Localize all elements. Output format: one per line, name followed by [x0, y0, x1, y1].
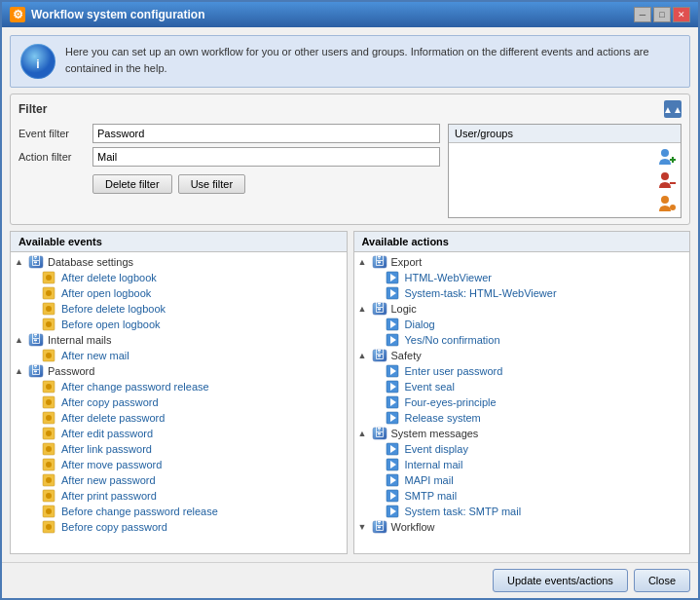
action-icon: [386, 271, 401, 284]
svg-point-34: [46, 431, 52, 436]
event-icon: [42, 427, 57, 440]
tree-item[interactable]: Four-eyes-principle: [354, 394, 690, 410]
tree-item[interactable]: After copy password: [11, 394, 347, 410]
tree-label: SMTP mail: [405, 490, 458, 502]
tree-toggle[interactable]: ▲: [15, 335, 26, 345]
tree-label: Enter user password: [405, 365, 503, 377]
tree-item[interactable]: SMTP mail: [354, 488, 690, 504]
event-filter-input[interactable]: [92, 124, 440, 143]
svg-point-38: [46, 462, 52, 468]
tree-item[interactable]: After link password: [11, 441, 347, 457]
tree-item[interactable]: Dialog: [354, 317, 690, 332]
tree-item[interactable]: Yes/No confirmation: [354, 332, 690, 348]
event-icon: [42, 520, 57, 534]
tree-label: After delete password: [61, 412, 165, 424]
info-icon: i: [20, 44, 55, 79]
tree-item[interactable]: After print password: [11, 488, 347, 504]
close-button[interactable]: Close: [634, 569, 690, 592]
tree-item[interactable]: Event seal: [354, 379, 690, 394]
panels-row: Available events ▲🗄Database settingsAfte…: [10, 231, 690, 554]
tree-item[interactable]: After change password release: [11, 379, 347, 394]
tree-label: Safety: [391, 350, 422, 361]
tree-label: Release system: [405, 412, 481, 424]
action-icon: [386, 364, 401, 378]
svg-point-4: [661, 149, 669, 157]
tree-label: Before change password release: [61, 506, 218, 517]
svg-text:🗄: 🗄: [374, 302, 386, 315]
tree-item[interactable]: ▲🗄Safety: [354, 348, 690, 363]
tree-item[interactable]: Before change password release: [11, 504, 347, 519]
tree-item[interactable]: ▲🗄Export: [354, 254, 690, 270]
action-icon: [386, 318, 401, 331]
content-area: i Here you can set up an own workflow fo…: [2, 27, 698, 562]
events-panel-header: Available events: [11, 232, 347, 252]
delete-filter-button[interactable]: Delete filter: [92, 174, 172, 194]
event-filter-row: Event filter: [18, 124, 440, 143]
tree-item[interactable]: System-task: HTML-WebViewer: [354, 285, 690, 301]
action-icon: [386, 505, 401, 518]
tree-toggle[interactable]: ▲: [15, 257, 26, 267]
close-window-button[interactable]: ✕: [673, 7, 690, 22]
tree-item[interactable]: System task: SMTP mail: [354, 504, 690, 519]
tree-item[interactable]: After new mail: [11, 348, 347, 363]
tree-item[interactable]: After open logbook: [11, 285, 347, 301]
info-text: Here you can set up an own workflow for …: [65, 44, 680, 76]
tree-item[interactable]: After delete logbook: [11, 270, 347, 285]
tree-item[interactable]: Before open logbook: [11, 317, 347, 332]
svg-text:🗄: 🗄: [374, 520, 386, 533]
action-filter-label: Action filter: [18, 151, 87, 163]
action-filter-row: Action filter: [18, 147, 440, 167]
tree-item[interactable]: ▲🗄Password: [11, 363, 347, 379]
svg-point-9: [661, 196, 669, 204]
action-filter-input[interactable]: [92, 147, 440, 167]
collapse-filter-button[interactable]: ▲▲: [664, 100, 682, 118]
maximize-button[interactable]: □: [653, 7, 671, 22]
tree-item[interactable]: ▲🗄Internal mails: [11, 332, 347, 348]
tree-item[interactable]: After delete password: [11, 410, 347, 426]
svg-point-10: [670, 205, 676, 210]
tree-item[interactable]: Enter user password: [354, 363, 690, 379]
svg-point-28: [46, 384, 52, 390]
svg-text:🗄: 🗄: [374, 427, 386, 439]
tree-item[interactable]: HTML-WebViewer: [354, 270, 690, 285]
tree-toggle[interactable]: ▲: [358, 429, 370, 438]
user-groups-header: User/groups: [449, 125, 681, 143]
update-events-actions-button[interactable]: Update events/actions: [493, 569, 628, 592]
action-icon: [386, 473, 401, 487]
tree-item[interactable]: ▲🗄System messages: [354, 426, 690, 441]
tree-item[interactable]: ▲🗄Database settings: [11, 254, 347, 270]
tree-item[interactable]: Release system: [354, 410, 690, 426]
db-icon: 🗄: [372, 427, 387, 440]
tree-item[interactable]: ▲🗄Logic: [354, 301, 690, 317]
tree-toggle[interactable]: ▲: [358, 304, 370, 314]
tree-item[interactable]: Internal mail: [354, 457, 690, 472]
tree-item[interactable]: After edit password: [11, 426, 347, 441]
events-panel: Available events ▲🗄Database settingsAfte…: [10, 231, 348, 554]
tree-item[interactable]: ▼🗄Workflow: [354, 519, 690, 535]
event-icon: [42, 286, 57, 300]
tree-label: Internal mail: [405, 459, 463, 470]
action-icon: [386, 411, 401, 425]
tree-item[interactable]: After new password: [11, 472, 347, 488]
use-filter-button[interactable]: Use filter: [178, 174, 245, 194]
tree-item[interactable]: Event display: [354, 441, 690, 457]
tree-item[interactable]: MAPI mail: [354, 472, 690, 488]
user-settings-icon[interactable]: [657, 194, 677, 213]
svg-point-14: [46, 275, 52, 281]
action-icon: [386, 380, 401, 394]
minimize-button[interactable]: ─: [634, 7, 651, 22]
tree-item[interactable]: After move password: [11, 457, 347, 472]
add-user-icon[interactable]: [657, 147, 677, 167]
tree-toggle[interactable]: ▲: [358, 257, 370, 267]
tree-toggle[interactable]: ▲: [15, 366, 26, 376]
action-icon: [386, 286, 401, 300]
tree-label: Event seal: [405, 381, 455, 393]
tree-toggle[interactable]: ▲: [358, 351, 370, 360]
svg-text:🗄: 🗄: [30, 255, 42, 268]
tree-label: Before delete logbook: [61, 303, 166, 315]
tree-toggle[interactable]: ▼: [358, 522, 370, 532]
svg-text:🗄: 🗄: [374, 255, 386, 268]
remove-user-icon[interactable]: [657, 170, 677, 190]
tree-item[interactable]: Before delete logbook: [11, 301, 347, 317]
tree-item[interactable]: Before copy password: [11, 519, 347, 535]
